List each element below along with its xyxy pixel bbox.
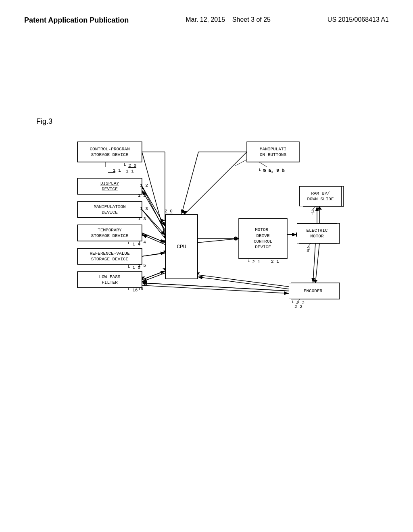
control-program-box: CONTROL-PROGRAMSTORAGE DEVICE bbox=[77, 142, 142, 162]
svg-text:2 1: 2 1 bbox=[271, 259, 279, 264]
svg-line-82 bbox=[235, 160, 247, 166]
manipulation-buttons-box: MANIPULATION BUTTONS bbox=[247, 142, 299, 162]
number-1: └ 1 bbox=[307, 209, 315, 214]
reference-value-box: REFERENCE-VALUESTORAGE DEVICE bbox=[77, 248, 142, 264]
number-3: └ 3 bbox=[302, 246, 311, 251]
svg-line-104 bbox=[142, 285, 289, 293]
svg-line-68 bbox=[184, 152, 247, 214]
number-12: 1 2 bbox=[140, 183, 148, 188]
motor-drive-control-box: MOTOR-DRIVECONTROLDEVICE bbox=[239, 218, 287, 259]
svg-line-103 bbox=[142, 283, 289, 291]
cpu-box: CPU bbox=[165, 214, 198, 279]
label-11: └ 2 0 bbox=[123, 163, 136, 168]
publication-label: Patent Application Publication bbox=[24, 16, 129, 25]
diagram: CONTROL-PROGRAM STORAGE DEVICE 1 1 DISPL… bbox=[65, 134, 348, 343]
electric-motor-box: ELECTRICMOTOR bbox=[297, 223, 337, 243]
patent-page: Patent Application Publication Mar. 12, … bbox=[0, 0, 413, 532]
number-22: └ 2 2 bbox=[291, 301, 305, 305]
svg-line-97 bbox=[181, 152, 198, 214]
svg-text:1 1: 1 1 bbox=[113, 168, 121, 173]
svg-line-32 bbox=[259, 162, 267, 167]
svg-line-80 bbox=[198, 275, 291, 287]
svg-line-90 bbox=[142, 210, 165, 235]
number-13: 1 3 bbox=[140, 206, 148, 211]
date-sheet: Mar. 12, 2015 Sheet 3 of 25 bbox=[186, 16, 271, 23]
svg-line-63 bbox=[142, 253, 165, 256]
svg-line-92 bbox=[142, 235, 165, 245]
patent-number: US 2015/0068413 A1 bbox=[327, 16, 389, 23]
svg-line-94 bbox=[142, 271, 165, 280]
svg-line-60 bbox=[142, 233, 165, 243]
number-21: └ 2 1 bbox=[247, 260, 260, 264]
ram-up-down-box: RAM UP/DOWN SLIDE bbox=[299, 186, 342, 206]
svg-marker-77 bbox=[313, 280, 318, 283]
encoder-box: ENCODER bbox=[289, 283, 337, 299]
svg-line-95 bbox=[142, 273, 165, 282]
svg-marker-71 bbox=[236, 236, 239, 241]
svg-line-91 bbox=[142, 233, 165, 243]
svg-marker-69 bbox=[182, 211, 187, 214]
figure-label: Fig.3 bbox=[36, 117, 389, 126]
temporary-storage-box: TEMPORARYSTORAGE DEVICE bbox=[77, 225, 142, 241]
number-9ab: └ 9 a, 9 b bbox=[258, 168, 285, 173]
svg-marker-79 bbox=[142, 281, 145, 285]
manipulation-device-box: MANIPULATIONDEVICE bbox=[77, 202, 142, 218]
number-11: 1 1 bbox=[126, 169, 134, 174]
display-device-box: DISPLAYDEVICE bbox=[77, 178, 142, 194]
low-pass-filter-box: LOW-PASSFILTER bbox=[77, 272, 142, 288]
svg-text:2 0: 2 0 bbox=[165, 209, 173, 214]
svg-line-93 bbox=[142, 253, 165, 256]
number-16: └ 16 bbox=[127, 288, 138, 293]
svg-line-58 bbox=[142, 210, 165, 239]
svg-line-65 bbox=[142, 271, 165, 280]
number-14: └ 1 4 bbox=[127, 242, 140, 247]
svg-line-101 bbox=[313, 243, 315, 283]
svg-marker-75 bbox=[317, 206, 322, 210]
page-header: Patent Application Publication Mar. 12, … bbox=[24, 16, 389, 29]
number-15: └ 1 5 bbox=[127, 265, 140, 270]
svg-line-76 bbox=[315, 243, 319, 283]
svg-line-70 bbox=[198, 239, 239, 243]
svg-line-78 bbox=[142, 283, 291, 291]
svg-line-54 bbox=[142, 152, 165, 237]
svg-line-102 bbox=[198, 277, 289, 289]
